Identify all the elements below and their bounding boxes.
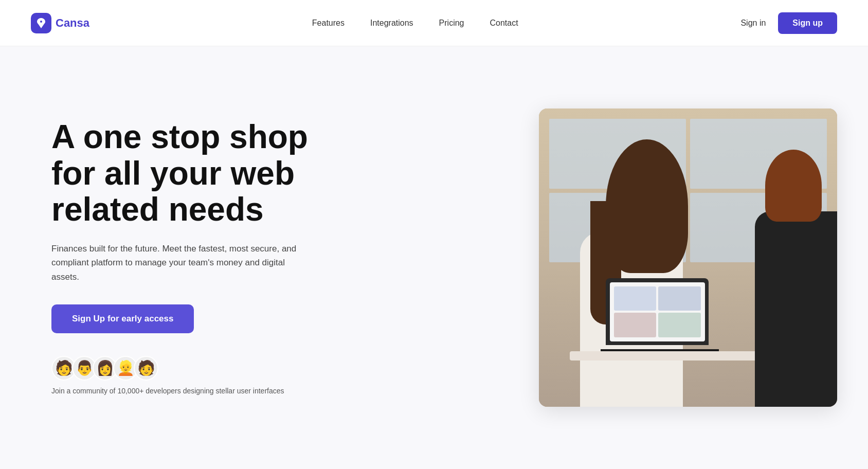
nav-features[interactable]: Features — [312, 19, 345, 27]
nav-contact[interactable]: Contact — [490, 19, 518, 27]
nav-links: Features Integrations Pricing Contact — [312, 19, 518, 28]
nav-integrations[interactable]: Integrations — [370, 19, 413, 27]
sign-up-button[interactable]: Sign up — [778, 12, 837, 34]
hero-title: A one stop shop for all your web related… — [51, 119, 339, 227]
laptop — [606, 278, 709, 345]
avatar-5: 🧑 — [134, 356, 158, 381]
hero-image-inner — [539, 109, 837, 407]
early-access-button[interactable]: Sign Up for early access — [51, 304, 194, 333]
laptop-card-4 — [658, 313, 701, 337]
brand-name: Cansa — [56, 16, 89, 30]
laptop-card-3 — [614, 313, 657, 337]
person-right-hair — [765, 150, 822, 222]
nav-actions: Sign in Sign up — [740, 12, 837, 34]
hero-subtitle: Finances built for the future. Meet the … — [51, 242, 309, 284]
laptop-card-2 — [658, 286, 701, 311]
cansa-logo-svg — [35, 17, 47, 29]
navbar: Cansa Features Integrations Pricing Cont… — [0, 0, 868, 46]
nav-pricing[interactable]: Pricing — [439, 19, 464, 27]
table-surface — [570, 351, 775, 360]
laptop-card-1 — [614, 286, 657, 311]
sign-in-button[interactable]: Sign in — [740, 19, 766, 28]
hero-section: A one stop shop for all your web related… — [0, 46, 868, 469]
hero-content: A one stop shop for all your web related… — [51, 119, 339, 396]
community-section: 🧑 👨 👩 👱 🧑 Join a community of 10,000+ de… — [51, 356, 339, 396]
logo-link[interactable]: Cansa — [31, 13, 89, 33]
logo-icon — [31, 13, 51, 33]
hero-image — [539, 109, 837, 407]
avatar-group: 🧑 👨 👩 👱 🧑 — [51, 356, 339, 381]
community-text: Join a community of 10,000+ developers d… — [51, 386, 339, 396]
person-right-body — [755, 211, 837, 407]
laptop-screen — [610, 282, 705, 341]
